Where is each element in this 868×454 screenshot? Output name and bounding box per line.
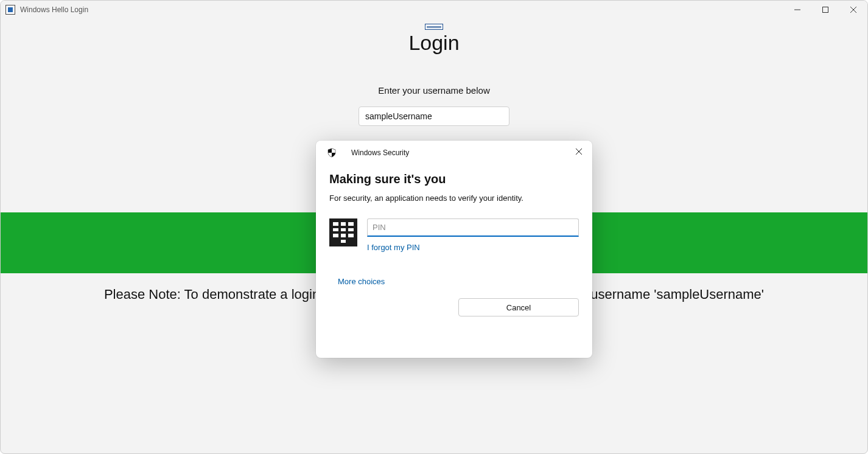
pin-input[interactable]	[367, 218, 579, 237]
app-icon	[5, 5, 15, 15]
content-area: Login Enter your username below Please N…	[1, 24, 867, 454]
security-dialog: Windows Security Making sure it's you Fo…	[316, 141, 592, 358]
dialog-titlebar: Windows Security	[316, 141, 592, 161]
svg-rect-1	[823, 7, 828, 13]
window-title: Windows Hello Login	[20, 5, 88, 14]
keyboard-icon	[425, 24, 443, 30]
maximize-button[interactable]	[811, 1, 839, 19]
shield-icon	[327, 148, 337, 158]
forgot-pin-link[interactable]: I forgot my PIN	[367, 243, 420, 252]
page-subtitle: Enter your username below	[1, 85, 867, 96]
dialog-description: For security, an application needs to ve…	[329, 194, 579, 203]
minimize-button[interactable]	[783, 1, 811, 19]
page-title: Login	[1, 31, 867, 55]
titlebar: Windows Hello Login	[1, 1, 867, 19]
dialog-heading: Making sure it's you	[329, 172, 579, 186]
pin-row: I forgot my PIN	[329, 218, 579, 253]
cancel-button[interactable]: Cancel	[458, 298, 579, 316]
dialog-actions: Cancel	[316, 286, 592, 316]
window-controls	[783, 1, 867, 19]
more-choices-link[interactable]: More choices	[329, 277, 579, 286]
dialog-body: Making sure it's you For security, an ap…	[316, 161, 592, 286]
dialog-title: Windows Security	[351, 148, 409, 157]
dialog-close-button[interactable]	[572, 144, 586, 159]
close-button[interactable]	[839, 1, 867, 19]
pin-keypad-icon	[329, 218, 357, 246]
pin-column: I forgot my PIN	[367, 218, 579, 253]
username-input[interactable]	[359, 107, 509, 126]
app-window: Windows Hello Login Login Enter your use…	[0, 0, 868, 454]
